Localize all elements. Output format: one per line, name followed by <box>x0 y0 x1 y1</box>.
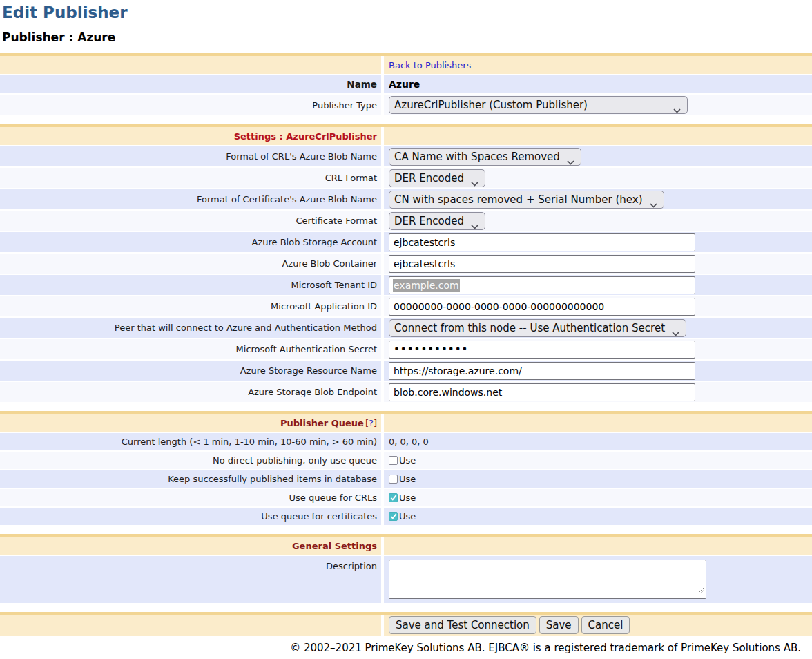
field-row: Format of CRL's Azure Blob Name CA Name … <box>0 146 812 166</box>
select-value: CA Name with Spaces Removed <box>394 151 560 163</box>
field-row: Certificate Format DER Encoded <box>0 211 812 231</box>
description-textarea[interactable] <box>389 560 706 599</box>
header-spacer-cell <box>0 56 381 74</box>
publisher-queue-table: Publisher Queue[?] Current length (< 1 m… <box>0 411 812 525</box>
azure-storage-resource-name-input[interactable] <box>389 362 695 380</box>
publisher-type-value: AzureCrlPublisher (Custom Publisher) <box>394 99 588 111</box>
back-to-publishers-link[interactable]: Back to Publishers <box>389 60 471 70</box>
queue-option-label: Keep successfully published items in dat… <box>168 474 377 484</box>
publisher-overview-table: Back to Publishers Name Azure Publisher … <box>0 53 812 115</box>
save-and-test-connection-button[interactable]: Save and Test Connection <box>389 616 536 634</box>
section-header-row: General Settings <box>0 537 812 555</box>
actions-row: Save and Test Connection Save Cancel <box>0 615 812 636</box>
field-row: Microsoft Application ID <box>0 296 812 316</box>
bracket: ] <box>374 418 377 428</box>
no-direct-publishing-checkbox[interactable] <box>389 456 398 465</box>
field-label: Azure Blob Container <box>282 258 377 269</box>
field-row: Azure Storage Blob Endpoint <box>0 382 812 402</box>
settings-table: Settings : AzureCrlPublisher Format of C… <box>0 124 812 402</box>
use-label: Use <box>399 493 416 503</box>
header-spacer-cell <box>384 537 812 555</box>
description-row: Description <box>0 556 812 603</box>
field-row: Azure Blob Container <box>0 254 812 274</box>
chevron-down-icon <box>650 198 657 211</box>
field-label: Format of CRL's Azure Blob Name <box>226 151 377 162</box>
select-value: CN with spaces removed + Serial Number (… <box>394 193 643 206</box>
field-row: Microsoft Tenant ID example.com <box>0 275 812 295</box>
field-row: Azure Blob Storage Account <box>0 232 812 252</box>
queue-option-label: Use queue for certificates <box>261 511 377 522</box>
queue-row: Current length (< 1 min, 1-10 min, 10-60… <box>0 433 812 450</box>
copyright-footer: © 2002–2021 PrimeKey Solutions AB. EJBCA… <box>0 636 812 658</box>
queue-option-label: No direct publishing, only use queue <box>213 455 377 466</box>
actions-table: Save and Test Connection Save Cancel <box>0 612 812 636</box>
select-value: Connect from this node -- Use Authentica… <box>394 322 665 334</box>
selected-input-text: example.com <box>393 279 460 292</box>
field-label: Azure Blob Storage Account <box>252 237 378 247</box>
description-label: Description <box>326 561 377 571</box>
crl-blob-name-format-select[interactable]: CA Name with Spaces Removed <box>389 148 581 166</box>
microsoft-tenant-id-input[interactable]: example.com <box>389 276 695 294</box>
field-label: Microsoft Tenant ID <box>291 280 377 290</box>
resize-grip-icon[interactable] <box>698 583 704 596</box>
azure-blob-storage-account-input[interactable] <box>389 233 695 251</box>
microsoft-application-id-input[interactable] <box>389 298 695 316</box>
field-row: Format of Certificate's Azure Blob Name … <box>0 189 812 209</box>
use-queue-for-crls-checkbox[interactable] <box>389 493 398 502</box>
field-label: Certificate Format <box>296 216 377 226</box>
chevron-down-icon <box>471 220 478 232</box>
header-spacer-cell <box>384 127 812 145</box>
queue-length-value: 0, 0, 0, 0 <box>389 437 429 447</box>
publisher-name-value: Azure <box>389 79 420 90</box>
queue-help-link[interactable]: ? <box>369 418 374 428</box>
publisher-subtitle: Publisher : Azure <box>2 30 812 44</box>
field-label: Microsoft Authentication Secret <box>236 344 377 354</box>
section-header-row: Publisher Queue[?] <box>0 414 812 432</box>
certificate-format-select[interactable]: DER Encoded <box>389 212 485 230</box>
section-header-row: Settings : AzureCrlPublisher <box>0 127 812 145</box>
name-label: Name <box>347 79 377 90</box>
microsoft-authentication-secret-input[interactable] <box>389 341 695 359</box>
queue-length-label: Current length (< 1 min, 1-10 min, 10-60… <box>122 437 377 447</box>
general-settings-table: General Settings Description <box>0 534 812 603</box>
select-value: DER Encoded <box>394 172 464 184</box>
back-cell: Back to Publishers <box>384 56 812 74</box>
queue-row: Use queue for CRLs Use <box>0 489 812 506</box>
publisher-type-label: Publisher Type <box>312 100 377 111</box>
table-row: Publisher Type AzureCrlPublisher (Custom… <box>0 95 812 115</box>
field-label: Peer that will connect to Azure and Auth… <box>115 323 377 333</box>
page-title: Edit Publisher <box>2 3 812 21</box>
header-spacer-cell <box>384 414 812 432</box>
cancel-button[interactable]: Cancel <box>581 616 630 634</box>
queue-row: Keep successfully published items in dat… <box>0 470 812 488</box>
chevron-down-icon <box>673 104 681 116</box>
queue-row: No direct publishing, only use queue Use <box>0 452 812 469</box>
general-section-title: General Settings <box>292 541 377 551</box>
table-row: Name Azure <box>0 75 812 93</box>
keep-published-items-checkbox[interactable] <box>389 475 398 484</box>
field-label: Microsoft Application ID <box>271 301 377 312</box>
header-spacer-cell <box>0 615 381 636</box>
chevron-down-icon <box>471 177 478 189</box>
use-label: Use <box>399 474 416 484</box>
select-value: DER Encoded <box>394 215 464 227</box>
chevron-down-icon <box>567 155 574 168</box>
publisher-type-select[interactable]: AzureCrlPublisher (Custom Publisher) <box>389 96 688 114</box>
table-row: Back to Publishers <box>0 56 812 74</box>
field-row: Microsoft Authentication Secret <box>0 339 812 359</box>
certificate-blob-name-format-select[interactable]: CN with spaces removed + Serial Number (… <box>389 191 664 209</box>
field-row: Peer that will connect to Azure and Auth… <box>0 318 812 338</box>
field-row: Azure Storage Resource Name <box>0 361 812 381</box>
use-label: Use <box>399 511 416 522</box>
field-label: CRL Format <box>325 173 377 183</box>
azure-blob-container-input[interactable] <box>389 255 695 273</box>
field-row: CRL Format DER Encoded <box>0 168 812 188</box>
use-queue-for-certificates-checkbox[interactable] <box>389 512 398 521</box>
use-label: Use <box>399 455 416 466</box>
crl-format-select[interactable]: DER Encoded <box>389 169 485 187</box>
peer-auth-method-select[interactable]: Connect from this node -- Use Authentica… <box>389 319 686 337</box>
azure-storage-blob-endpoint-input[interactable] <box>389 383 695 401</box>
queue-help: [?] <box>365 418 377 428</box>
settings-section-title: Settings : AzureCrlPublisher <box>234 131 377 142</box>
save-button[interactable]: Save <box>539 616 579 634</box>
